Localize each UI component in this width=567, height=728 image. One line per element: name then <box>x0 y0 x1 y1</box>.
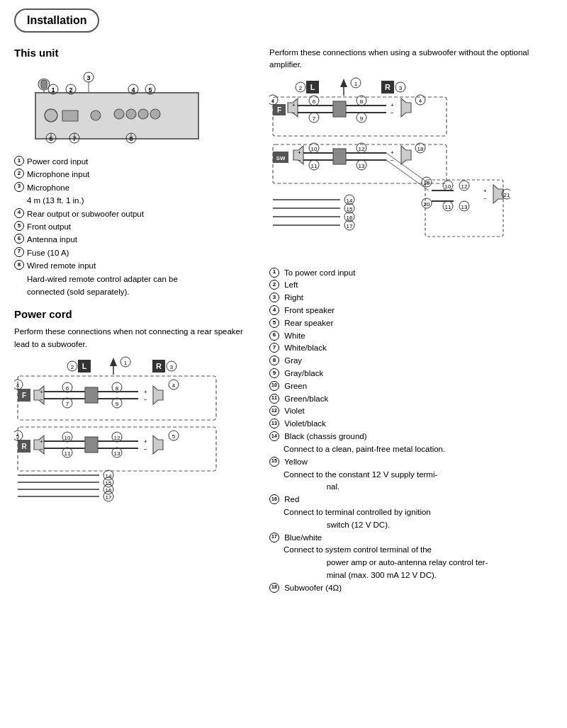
svg-text:7: 7 <box>66 401 69 407</box>
right-label-15-sub: Connect to the constant 12 V supply term… <box>269 469 553 494</box>
svg-text:+: + <box>292 102 296 108</box>
svg-text:−: − <box>40 397 43 403</box>
unit-label-1: 1Power cord input <box>14 155 255 168</box>
svg-text:+: + <box>144 438 147 445</box>
right-label-6: 6 White <box>269 330 553 343</box>
svg-text:+: + <box>298 149 301 156</box>
svg-text:17: 17 <box>347 223 353 229</box>
svg-text:11: 11 <box>311 163 318 169</box>
svg-text:3: 3 <box>170 364 174 370</box>
subwoofer-diagram: L 2 1 R 3 F 4 + − <box>269 77 510 265</box>
svg-text:+: + <box>483 188 487 194</box>
svg-text:4: 4 <box>172 382 176 389</box>
svg-point-23 <box>126 109 136 119</box>
this-unit-title: This unit <box>14 47 255 59</box>
svg-text:2: 2 <box>71 364 74 370</box>
svg-point-25 <box>150 109 160 119</box>
right-label-4: 4 Front speaker <box>269 305 553 317</box>
svg-point-22 <box>114 109 124 119</box>
svg-text:12: 12 <box>114 435 120 441</box>
right-label-1: 1 To power cord input <box>269 267 553 280</box>
svg-text:F: F <box>22 392 26 399</box>
svg-text:SW: SW <box>276 155 286 161</box>
right-column: Perform these connections when using a s… <box>269 40 553 595</box>
svg-text:1: 1 <box>51 86 55 93</box>
svg-text:11: 11 <box>64 450 71 457</box>
svg-text:15: 15 <box>106 480 112 487</box>
svg-text:−: − <box>144 446 147 453</box>
svg-rect-137 <box>333 101 346 117</box>
unit-label-8: 8Wired remote input <box>14 259 255 272</box>
unit-label-3: 3Microphone <box>14 181 255 194</box>
right-label-17: 17 Blue/white <box>269 532 553 545</box>
svg-text:21: 21 <box>504 192 510 198</box>
right-label-8: 8 Gray <box>269 355 553 368</box>
svg-marker-115 <box>340 79 347 87</box>
svg-text:8: 8 <box>116 385 119 392</box>
unit-label-2: 2Microphone input <box>14 168 255 181</box>
svg-text:3: 3 <box>399 85 403 91</box>
svg-text:5: 5 <box>172 433 176 440</box>
page-header: Installation <box>14 8 99 33</box>
svg-text:11: 11 <box>445 204 451 210</box>
svg-point-21 <box>91 110 101 120</box>
right-label-2: 2 Left <box>269 279 553 292</box>
unit-label-3-sub: 4 m (13 ft. 1 in.) <box>14 194 255 207</box>
svg-text:−: − <box>144 397 147 403</box>
right-label-5: 5 Rear speaker <box>269 317 553 330</box>
svg-text:R: R <box>156 362 162 370</box>
svg-text:20: 20 <box>424 201 430 207</box>
svg-text:3: 3 <box>86 74 90 81</box>
svg-text:+: + <box>391 102 394 108</box>
right-label-9: 9 Gray/black <box>269 368 553 380</box>
power-cord-desc: Perform these connections when not conne… <box>14 326 255 351</box>
power-cord-title: Power cord <box>14 308 255 320</box>
svg-text:4: 4 <box>131 86 135 93</box>
svg-text:−: − <box>292 110 296 116</box>
svg-text:−: − <box>298 157 301 164</box>
svg-text:4: 4 <box>419 98 422 104</box>
right-label-12: 12 Violet <box>269 405 553 418</box>
right-label-17-sub: Connect to system control terminal of th… <box>269 544 553 581</box>
right-labels-list: 1 To power cord input 2 Left 3 Right 4 F… <box>269 267 553 595</box>
svg-text:1: 1 <box>124 360 128 366</box>
svg-text:5: 5 <box>148 86 152 93</box>
right-label-15: 15 Yellow <box>269 456 553 469</box>
svg-point-19 <box>45 109 57 122</box>
svg-text:−: − <box>483 195 487 202</box>
svg-line-174 <box>386 160 429 190</box>
svg-text:2: 2 <box>69 86 72 93</box>
right-label-16: 16 Red <box>269 494 553 506</box>
svg-rect-161 <box>333 149 346 164</box>
svg-text:+: + <box>144 389 147 395</box>
svg-text:6: 6 <box>66 385 69 392</box>
svg-text:16: 16 <box>106 487 112 494</box>
svg-text:2: 2 <box>299 85 303 91</box>
unit-label-6: 6Antenna input <box>14 233 255 246</box>
svg-point-24 <box>138 109 148 119</box>
right-desc: Perform these connections when using a s… <box>269 47 553 72</box>
svg-text:12: 12 <box>359 146 365 152</box>
svg-text:+: + <box>391 149 394 156</box>
svg-text:18: 18 <box>417 146 424 152</box>
svg-text:L: L <box>310 83 315 91</box>
svg-text:4: 4 <box>271 98 275 104</box>
svg-marker-41 <box>110 358 117 366</box>
svg-text:6: 6 <box>313 98 316 105</box>
svg-text:10: 10 <box>445 183 451 190</box>
svg-text:+: + <box>40 389 43 395</box>
unit-label-5: 5Front output <box>14 220 255 233</box>
right-label-16-sub: Connect to terminal controlled by igniti… <box>269 506 553 532</box>
svg-rect-87 <box>85 437 98 453</box>
svg-text:7: 7 <box>313 115 316 122</box>
left-column: This unit 3 1 2 <box>14 40 255 595</box>
svg-rect-62 <box>85 387 98 403</box>
svg-text:9: 9 <box>116 401 119 407</box>
svg-text:F: F <box>277 106 281 114</box>
svg-marker-168 <box>401 146 411 164</box>
unit-diagram: 3 1 2 4 5 <box>14 64 255 148</box>
svg-text:4: 4 <box>16 382 20 389</box>
svg-text:12: 12 <box>461 183 468 190</box>
unit-label-7: 7Fuse (10 A) <box>14 246 255 259</box>
power-cord-diagram: L 2 1 R 3 F 4 + − <box>14 356 227 505</box>
